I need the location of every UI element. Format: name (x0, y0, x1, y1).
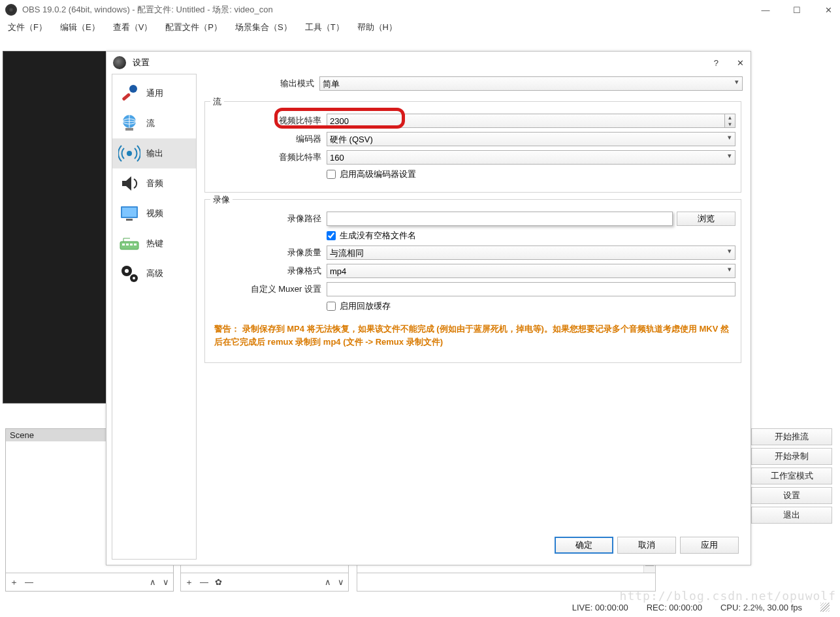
record-groupbox: 录像 录像路径 浏览 生成没有空格文件名 录像质量 与流相同 (204, 199, 741, 363)
menu-help[interactable]: 帮助（H） (353, 20, 401, 35)
record-format-label: 录像格式 (210, 265, 327, 277)
sidebar-item-video[interactable]: 视频 (112, 198, 196, 229)
menu-file[interactable]: 文件（F） (4, 20, 51, 35)
svg-rect-7 (122, 208, 137, 217)
audio-bitrate-label: 音频比特率 (210, 151, 327, 163)
settings-content: 输出模式 简单 流 视频比特率 ▲▼ 编码器 硬件 (QSV) (201, 74, 745, 560)
statusbar: LIVE: 00:00:00 REC: 00:00:00 CPU: 2.2%, … (0, 600, 833, 614)
record-path-input[interactable] (327, 212, 673, 226)
src-move-down-button[interactable]: ∨ (338, 577, 344, 587)
sidebar-item-audio[interactable]: 音频 (112, 168, 196, 198)
menu-tools[interactable]: 工具（T） (301, 20, 348, 35)
remove-scene-button[interactable]: — (25, 577, 33, 587)
menu-edit[interactable]: 编辑（E） (56, 20, 104, 35)
custom-muxer-label: 自定义 Muxer 设置 (210, 283, 327, 295)
status-live: LIVE: 00:00:00 (572, 603, 628, 612)
record-group-title: 录像 (210, 194, 233, 206)
no-space-filename-label: 生成没有空格文件名 (340, 230, 416, 242)
sources-toolbar: ＋ — ✿ ∧ ∨ (181, 573, 348, 591)
svg-rect-1 (121, 93, 131, 101)
sidebar-item-label: 音频 (146, 178, 163, 189)
maximize-button[interactable]: ☐ (790, 5, 803, 15)
wrench-icon (118, 82, 141, 105)
add-source-button[interactable]: ＋ (185, 577, 193, 588)
menu-view[interactable]: 查看（V） (109, 20, 157, 35)
window-title: OBS 19.0.2 (64bit, windows) - 配置文件: Unti… (22, 4, 273, 16)
output-mode-select[interactable]: 简单 (319, 76, 743, 91)
video-bitrate-input[interactable] (327, 114, 735, 128)
audio-bitrate-select[interactable]: 160 (327, 150, 735, 165)
obs-icon (5, 4, 17, 16)
cancel-button[interactable]: 取消 (617, 537, 676, 554)
settings-button[interactable]: 设置 (751, 487, 832, 504)
encoder-select[interactable]: 硬件 (QSV) (327, 132, 735, 146)
gear-icon (118, 262, 141, 285)
sidebar-item-label: 视频 (146, 208, 163, 219)
sidebar-item-label: 通用 (146, 87, 163, 99)
svg-rect-8 (126, 219, 133, 221)
start-record-button[interactable]: 开始录制 (751, 448, 832, 465)
spinner-arrows[interactable]: ▲▼ (724, 114, 735, 127)
dialog-close-button[interactable]: ✕ (737, 58, 744, 68)
sidebar-item-output[interactable]: 输出 (112, 138, 196, 168)
svg-point-5 (127, 151, 132, 156)
sidebar-item-hotkeys[interactable]: 热键 (112, 229, 196, 259)
dialog-footer: 确定 取消 应用 (203, 531, 743, 560)
ok-button[interactable]: 确定 (555, 537, 613, 554)
record-path-label: 录像路径 (210, 213, 327, 225)
sidebar-item-label: 输出 (146, 148, 163, 159)
record-quality-select[interactable]: 与流相同 (327, 245, 735, 260)
menu-profile[interactable]: 配置文件（P） (161, 20, 226, 35)
main-titlebar: OBS 19.0.2 (64bit, windows) - 配置文件: Unti… (0, 0, 840, 20)
speaker-icon (118, 172, 141, 195)
enable-replay-buffer-checkbox[interactable] (327, 302, 336, 311)
resize-grip-icon[interactable] (820, 603, 830, 612)
svg-point-17 (133, 277, 135, 279)
menubar: 文件（F） 编辑（E） 查看（V） 配置文件（P） 场景集合（S） 工具（T） … (0, 20, 840, 35)
mixer-toolbar (357, 573, 655, 591)
keyboard-icon (118, 232, 141, 255)
src-move-up-button[interactable]: ∧ (325, 577, 331, 587)
globe-icon (118, 112, 141, 135)
svg-point-0 (129, 85, 137, 93)
exit-button[interactable]: 退出 (751, 507, 832, 524)
enable-advanced-encoder-checkbox[interactable] (327, 170, 336, 179)
sources-settings-button[interactable]: ✿ (215, 577, 222, 587)
settings-dialog: 设置 ? ✕ 通用 流 输出 音频 (106, 51, 751, 565)
move-up-button[interactable]: ∧ (150, 577, 156, 587)
sidebar-item-general[interactable]: 通用 (112, 78, 196, 108)
status-rec: REC: 00:00:00 (647, 603, 702, 612)
studio-mode-button[interactable]: 工作室模式 (751, 467, 832, 484)
stream-group-title: 流 (210, 96, 224, 108)
stream-groupbox: 流 视频比特率 ▲▼ 编码器 硬件 (QSV) 音频比特率 160 (204, 101, 741, 193)
sidebar-item-label: 高级 (146, 268, 163, 279)
svg-rect-12 (130, 244, 133, 245)
control-buttons: 开始推流 开始录制 工作室模式 设置 退出 (751, 428, 832, 524)
move-down-button[interactable]: ∨ (163, 577, 169, 587)
browse-button[interactable]: 浏览 (677, 212, 735, 226)
svg-rect-11 (126, 244, 129, 245)
sidebar-item-label: 流 (146, 118, 155, 129)
scenes-toolbar: ＋ — ∧ ∨ (6, 573, 173, 591)
mp4-warning-text: 警告： 录制保存到 MP4 将无法恢复，如果该文件不能完成 (例如由于蓝屏死机，… (210, 316, 735, 355)
svg-rect-13 (134, 244, 137, 245)
monitor-icon (118, 202, 141, 225)
close-button[interactable]: ✕ (822, 5, 835, 15)
sidebar-item-advanced[interactable]: 高级 (112, 259, 196, 289)
menu-scene-collection[interactable]: 场景集合（S） (231, 20, 296, 35)
start-stream-button[interactable]: 开始推流 (751, 428, 832, 445)
apply-button[interactable]: 应用 (680, 537, 739, 554)
record-quality-label: 录像质量 (210, 247, 327, 259)
status-cpu: CPU: 2.2%, 30.00 fps (720, 603, 802, 612)
minimize-button[interactable]: — (759, 5, 772, 15)
svg-point-15 (125, 269, 129, 273)
sidebar-item-stream[interactable]: 流 (112, 108, 196, 138)
custom-muxer-input[interactable] (327, 282, 735, 296)
add-scene-button[interactable]: ＋ (10, 577, 18, 588)
encoder-label: 编码器 (210, 133, 327, 145)
no-space-filename-checkbox[interactable] (327, 231, 336, 240)
help-button[interactable]: ? (714, 58, 719, 68)
scenes-label: 场景 (7, 413, 24, 424)
record-format-select[interactable]: mp4 (327, 264, 735, 278)
remove-source-button[interactable]: — (200, 577, 208, 587)
